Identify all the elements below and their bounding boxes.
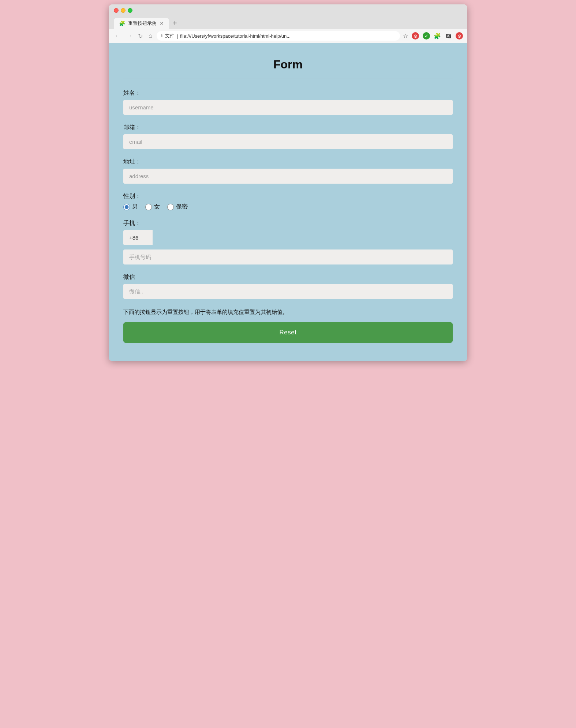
phone-number-input[interactable] bbox=[123, 249, 453, 264]
reset-note-text: 下面的按钮显示为重置按钮，用于将表单的填充值重置为其初始值。 bbox=[123, 308, 453, 316]
close-window-button[interactable] bbox=[114, 8, 119, 13]
address-bar-row: ← → ↻ ⌂ ℹ 文件 | file:///Users/yf/workspac… bbox=[109, 29, 467, 43]
user-avatar[interactable]: 🏴‍☠️ bbox=[445, 32, 452, 40]
gender-field-group: 性别： 男 女 保密 bbox=[123, 192, 453, 211]
gender-secret-option[interactable]: 保密 bbox=[167, 203, 188, 211]
gender-female-label: 女 bbox=[154, 203, 160, 211]
reset-button[interactable]: Reset bbox=[123, 322, 453, 343]
phone-country-input[interactable] bbox=[123, 230, 153, 245]
email-input[interactable] bbox=[123, 134, 453, 149]
forward-button[interactable]: → bbox=[125, 32, 134, 40]
tab-title-text: 重置按钮示例 bbox=[128, 20, 157, 27]
traffic-lights bbox=[114, 8, 132, 13]
browser-toolbar-icons: ☆ ⊗ ✓ 🧩 🏴‍☠️ ⊗ bbox=[403, 32, 463, 40]
tab-favicon: 🧩 bbox=[119, 20, 125, 26]
form-container: Form 姓名： 邮箱： 地址： 性别： bbox=[123, 58, 453, 343]
username-input[interactable] bbox=[123, 100, 453, 115]
name-label: 姓名： bbox=[123, 89, 453, 97]
gender-secret-radio[interactable] bbox=[167, 204, 174, 210]
address-url: file:///Users/yf/workspace/tutorial-html… bbox=[180, 33, 291, 39]
address-field-group: 地址： bbox=[123, 158, 453, 184]
browser-window: 🧩 重置按钮示例 ✕ + ← → ↻ ⌂ ℹ 文件 | file:///User… bbox=[109, 4, 467, 361]
extension-icon-2[interactable]: ✓ bbox=[423, 32, 430, 40]
wechat-field-group: 微信 bbox=[123, 273, 453, 299]
extension-icon-1[interactable]: ⊗ bbox=[412, 32, 419, 40]
gender-label: 性别： bbox=[123, 192, 453, 200]
gender-secret-label: 保密 bbox=[176, 203, 188, 211]
active-tab[interactable]: 🧩 重置按钮示例 ✕ bbox=[114, 18, 169, 29]
minimize-window-button[interactable] bbox=[121, 8, 126, 13]
address-label: 地址： bbox=[123, 158, 453, 166]
gender-male-radio[interactable] bbox=[123, 204, 130, 210]
bookmark-icon[interactable]: ☆ bbox=[403, 33, 408, 40]
home-button[interactable]: ⌂ bbox=[147, 32, 154, 40]
email-field-group: 邮箱： bbox=[123, 124, 453, 149]
gender-female-option[interactable]: 女 bbox=[145, 203, 160, 211]
address-input[interactable] bbox=[123, 169, 453, 184]
form-divider bbox=[123, 79, 453, 79]
gender-radio-group: 男 女 保密 bbox=[123, 203, 453, 211]
wechat-input[interactable] bbox=[123, 284, 453, 299]
address-separator: | bbox=[177, 33, 178, 39]
email-label: 邮箱： bbox=[123, 124, 453, 131]
file-label: 文件 bbox=[165, 33, 175, 39]
title-bar: 🧩 重置按钮示例 ✕ + bbox=[109, 4, 467, 29]
security-icon: ℹ bbox=[161, 33, 163, 38]
gender-male-label: 男 bbox=[132, 203, 138, 211]
gender-male-option[interactable]: 男 bbox=[123, 203, 138, 211]
phone-inputs bbox=[123, 230, 453, 264]
tab-bar: 🧩 重置按钮示例 ✕ + bbox=[114, 18, 462, 29]
form-title: Form bbox=[123, 58, 453, 71]
reload-button[interactable]: ↻ bbox=[136, 32, 144, 40]
phone-country-row bbox=[123, 230, 453, 245]
gender-female-radio[interactable] bbox=[145, 204, 152, 210]
back-button[interactable]: ← bbox=[113, 32, 122, 40]
page-content: Form 姓名： 邮箱： 地址： 性别： bbox=[109, 43, 467, 361]
name-field-group: 姓名： bbox=[123, 89, 453, 115]
phone-field-group: 手机： bbox=[123, 219, 453, 264]
address-bar[interactable]: ℹ 文件 | file:///Users/yf/workspace/tutori… bbox=[157, 31, 400, 41]
close-tab-button[interactable]: ✕ bbox=[160, 20, 164, 26]
puzzle-icon[interactable]: 🧩 bbox=[434, 33, 441, 40]
new-tab-button[interactable]: + bbox=[169, 19, 181, 27]
maximize-window-button[interactable] bbox=[128, 8, 132, 13]
wechat-label: 微信 bbox=[123, 273, 453, 281]
extension-icon-3[interactable]: ⊗ bbox=[456, 32, 463, 40]
phone-label: 手机： bbox=[123, 219, 453, 227]
